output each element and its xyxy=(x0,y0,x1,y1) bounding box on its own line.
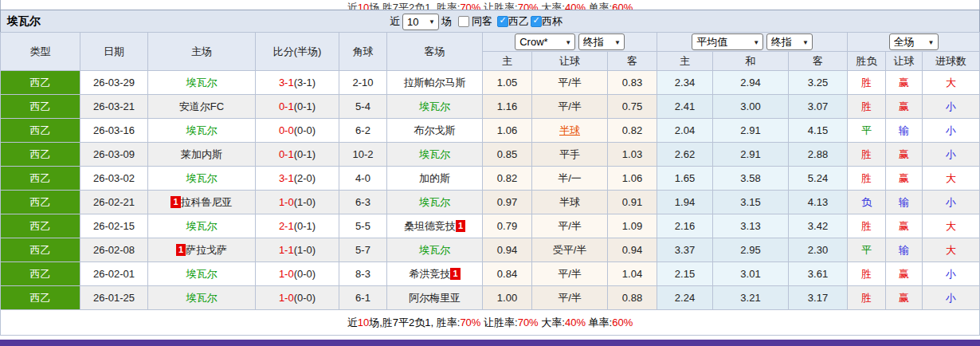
home-team-cell: 1萨拉戈萨 xyxy=(148,238,256,262)
home-team-name[interactable]: 安道尔FC xyxy=(179,100,224,112)
crown-handicap-line: 半球 xyxy=(532,191,608,214)
result-handicap: 赢 xyxy=(886,167,923,191)
cup-checkbox[interactable] xyxy=(531,16,542,27)
avg-home-odds: 1.94 xyxy=(657,191,713,214)
away-team-cell: 桑坦德竞技1 xyxy=(387,214,483,238)
away-team-name[interactable]: 布尔戈斯 xyxy=(414,124,456,136)
avg-draw-odds: 2.94 xyxy=(713,71,789,95)
away-team-name[interactable]: 加的斯 xyxy=(419,172,450,184)
home-team-name[interactable]: 埃瓦尔 xyxy=(186,220,218,232)
date-cell: 26-03-21 xyxy=(80,95,148,119)
red-card-badge: 1 xyxy=(176,244,186,256)
crown-odds-group-header: Crow* 终指 xyxy=(483,33,657,52)
avg-draw-odds: 2.95 xyxy=(713,238,789,262)
avg-home-odds: 2.34 xyxy=(657,71,713,95)
match-row: 西乙 26-03-21 安道尔FC 0-1(0-1) 5-4 埃瓦尔 1.16 … xyxy=(1,95,980,119)
avg-odds-select-wrap: 平均值 xyxy=(692,33,763,50)
home-team-name[interactable]: 拉科鲁尼亚 xyxy=(181,196,233,208)
result-goals: 小 xyxy=(923,262,980,286)
avg-draw-odds: 3.01 xyxy=(713,262,789,286)
avg-odds-group-header: 平均值 终指 xyxy=(657,33,848,52)
crown-handicap-line: 平/半 xyxy=(532,214,608,238)
corner-cell: 6-1 xyxy=(339,286,387,310)
corner-cell: 4-0 xyxy=(339,167,387,191)
date-cell: 26-02-15 xyxy=(80,214,148,238)
subcol-avg-draw: 和 xyxy=(713,52,789,71)
matches-table: 类型 日期 主场 比分(半场) 角球 客场 Crow* 终指 平均值 终指 全场 xyxy=(0,32,980,336)
halftime-score: (1-0) xyxy=(294,196,316,208)
summary-text: 近10场,胜7平2负1, 胜率:70% 让胜率:70% 大率:40% 单率:60… xyxy=(1,310,980,336)
avg-away-odds: 5.24 xyxy=(789,167,848,191)
result-wdl: 胜 xyxy=(848,143,886,167)
away-team-name[interactable]: 阿尔梅里亚 xyxy=(409,292,461,304)
match-row: 西乙 26-01-25 埃瓦尔 1-0(0-0) 6-1 阿尔梅里亚 1.00 … xyxy=(1,286,980,310)
league-badge: 西乙 xyxy=(1,95,80,119)
away-team-cell: 埃瓦尔 xyxy=(387,238,483,262)
home-team-name[interactable]: 埃瓦尔 xyxy=(186,124,218,136)
avg-draw-odds: 3.13 xyxy=(713,214,789,238)
league-badge: 西乙 xyxy=(1,238,80,262)
away-team-name[interactable]: 拉斯帕尔马斯 xyxy=(404,77,466,88)
home-team-name[interactable]: 萨拉戈萨 xyxy=(186,244,227,256)
crown-away-odds: 1.09 xyxy=(608,214,657,238)
crown-home-odds: 0.85 xyxy=(483,143,532,167)
corner-cell: 5-4 xyxy=(339,95,387,119)
crown-handicap-line: 半球 xyxy=(532,119,608,143)
crown-odds-select[interactable]: Crow* xyxy=(515,33,575,50)
avg-away-odds: 3.61 xyxy=(789,262,848,286)
avg-away-odds: 3.07 xyxy=(789,95,848,119)
table-header: 类型 日期 主场 比分(半场) 角球 客场 Crow* 终指 平均值 终指 全场 xyxy=(1,33,980,71)
col-header-score: 比分(半场) xyxy=(256,33,339,71)
avg-odds-select[interactable]: 平均值 xyxy=(692,33,763,50)
recent-count-select[interactable]: 10 xyxy=(402,14,439,30)
away-team-name[interactable]: 埃瓦尔 xyxy=(419,244,450,256)
corner-cell: 5-5 xyxy=(339,214,387,238)
corner-cell: 2-10 xyxy=(339,71,387,95)
home-team-cell: 莱加内斯 xyxy=(148,143,256,167)
col-header-home: 主场 xyxy=(148,33,256,71)
away-team-name[interactable]: 埃瓦尔 xyxy=(419,196,450,208)
home-team-cell: 1拉科鲁尼亚 xyxy=(148,191,256,214)
home-team-cell: 埃瓦尔 xyxy=(148,167,256,191)
league-badge: 西乙 xyxy=(1,191,80,214)
result-wdl: 平 xyxy=(848,238,886,262)
away-team-cell: 埃瓦尔 xyxy=(387,95,483,119)
away-team-name[interactable]: 希洪竞技 xyxy=(409,268,450,280)
avg-draw-odds: 2.91 xyxy=(713,119,789,143)
away-team-name[interactable]: 埃瓦尔 xyxy=(419,100,450,112)
score-cell: 0-0(0-0) xyxy=(256,119,339,143)
col-header-corner: 角球 xyxy=(339,33,387,71)
fulltime-score: 0-1 xyxy=(279,100,294,112)
away-team-name[interactable]: 桑坦德竞技 xyxy=(404,220,456,232)
crown-final-select-wrap: 终指 xyxy=(578,33,625,50)
date-cell: 26-03-29 xyxy=(80,71,148,95)
result-goals: 小 xyxy=(923,143,980,167)
result-handicap: 赢 xyxy=(886,286,923,310)
league-checkbox[interactable] xyxy=(497,16,508,27)
home-team-name[interactable]: 埃瓦尔 xyxy=(186,172,218,184)
crown-home-odds: 0.84 xyxy=(483,262,532,286)
home-team-name[interactable]: 埃瓦尔 xyxy=(186,77,218,88)
score-cell: 0-1(0-1) xyxy=(256,143,339,167)
same-away-checkbox[interactable] xyxy=(458,16,469,27)
subcol-avg-away: 客 xyxy=(789,52,848,71)
team-name: 埃瓦尔 xyxy=(7,14,41,29)
home-team-name[interactable]: 莱加内斯 xyxy=(181,148,222,160)
crown-final-select[interactable]: 终指 xyxy=(578,33,625,50)
league-badge: 西乙 xyxy=(1,167,80,191)
home-team-cell: 埃瓦尔 xyxy=(148,286,256,310)
away-team-name[interactable]: 埃瓦尔 xyxy=(419,148,450,160)
home-team-name[interactable]: 埃瓦尔 xyxy=(186,292,218,304)
red-card-badge: 1 xyxy=(171,196,180,208)
result-goals: 大 xyxy=(923,71,980,95)
score-cell: 1-0(1-0) xyxy=(256,191,339,214)
halftime-score: (1-0) xyxy=(294,244,316,256)
crown-handicap-line: 半/一 xyxy=(532,167,608,191)
avg-away-odds: 3.42 xyxy=(789,214,848,238)
team-filter-bar: 埃瓦尔 近 10 场 同客 西乙 西杯 xyxy=(0,10,980,32)
away-team-cell: 埃瓦尔 xyxy=(387,191,483,214)
score-cell: 2-1(0-1) xyxy=(256,214,339,238)
scope-select[interactable]: 全场 xyxy=(889,33,939,50)
home-team-name[interactable]: 埃瓦尔 xyxy=(186,268,218,280)
avg-final-select[interactable]: 终指 xyxy=(766,33,813,50)
